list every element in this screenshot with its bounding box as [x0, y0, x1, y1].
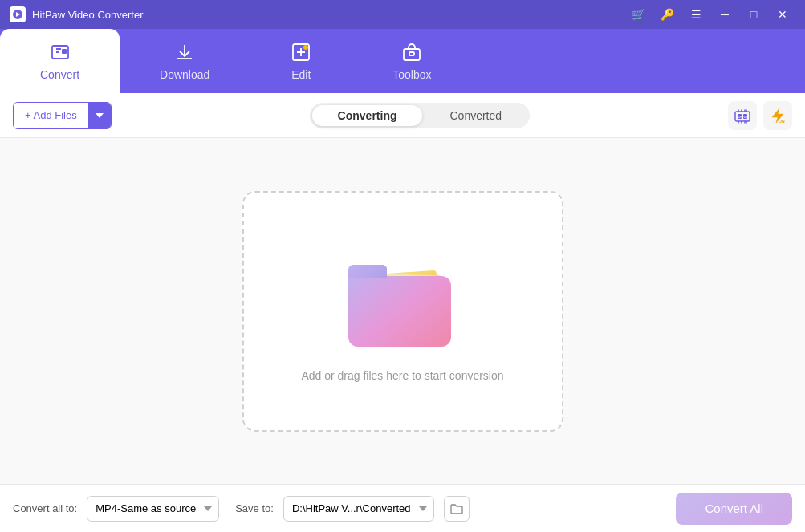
nav-tab-convert-label: Convert [40, 68, 79, 81]
convert-all-to-label: Convert all to: [13, 502, 77, 514]
format-select[interactable]: MP4-Same as source [87, 496, 219, 522]
svg-rect-6 [409, 52, 414, 55]
svg-text:ON: ON [744, 115, 749, 119]
save-to-label: Save to: [235, 502, 274, 514]
drop-zone-text: Add or drag files here to start conversi… [301, 369, 503, 382]
window-controls: 🛒 🔑 ☰ ─ □ ✕ [625, 3, 795, 26]
nav-tab-download-label: Download [160, 68, 209, 81]
gpu-button[interactable]: ON ON [728, 101, 757, 130]
convert-all-button[interactable]: Convert All [676, 493, 792, 525]
minimize-button[interactable]: ─ [712, 3, 738, 26]
add-files-button-group: + Add Files [13, 102, 112, 129]
toolbar: + Add Files Converting Converted ON ON [0, 93, 805, 138]
nav-bar: Convert Download Edit Toolbox [0, 29, 805, 93]
sub-tab-container: Converting Converted [310, 103, 530, 128]
add-files-button[interactable]: + Add Files [14, 103, 88, 128]
drop-zone[interactable]: Add or drag files here to start conversi… [242, 191, 563, 432]
app-logo [10, 6, 26, 22]
title-bar: HitPaw Video Converter 🛒 🔑 ☰ ─ □ ✕ [0, 0, 805, 29]
add-files-dropdown-button[interactable] [88, 103, 111, 128]
save-path-select[interactable]: D:\HitPaw V...r\Converted [283, 496, 434, 522]
nav-tab-toolbox-label: Toolbox [392, 68, 431, 81]
svg-text:ON: ON [738, 115, 743, 119]
close-button[interactable]: ✕ [770, 3, 795, 26]
bottom-bar: Convert all to: MP4-Same as source Save … [0, 484, 805, 532]
svg-rect-5 [404, 49, 420, 60]
nav-tab-toolbox[interactable]: Toolbox [352, 29, 471, 93]
lightning-button[interactable]: ON [763, 101, 792, 130]
nav-tab-edit[interactable]: Edit [250, 29, 352, 93]
converting-tab[interactable]: Converting [312, 105, 423, 126]
main-content: Add or drag files here to start conversi… [0, 138, 805, 484]
converted-tab[interactable]: Converted [424, 105, 527, 126]
sub-tab-group: Converting Converted [112, 103, 728, 128]
nav-tab-download[interactable]: Download [120, 29, 250, 93]
folder-illustration [339, 241, 467, 353]
menu-icon[interactable]: ☰ [683, 3, 709, 26]
browse-folder-button[interactable] [444, 496, 470, 522]
maximize-button[interactable]: □ [741, 3, 766, 26]
svg-point-4 [303, 45, 308, 50]
cart-icon[interactable]: 🛒 [625, 3, 651, 26]
svg-text:ON: ON [779, 119, 785, 124]
nav-tab-convert[interactable]: Convert [0, 29, 120, 93]
key-icon[interactable]: 🔑 [654, 3, 680, 26]
nav-tab-edit-label: Edit [291, 68, 311, 81]
app-title: HitPaw Video Converter [32, 9, 625, 21]
toolbar-right: ON ON ON [728, 101, 792, 130]
svg-rect-2 [62, 49, 67, 54]
